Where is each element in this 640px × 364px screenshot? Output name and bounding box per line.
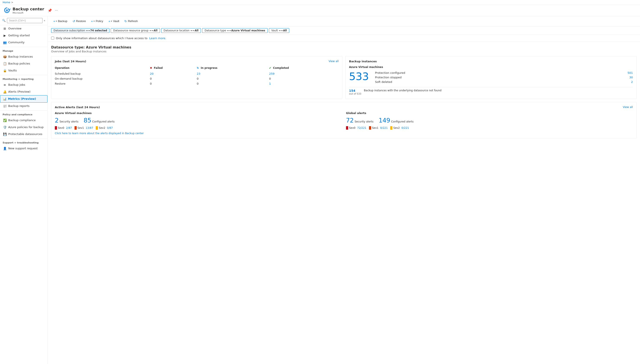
global-configured-label: Configured alerts [391,120,413,123]
col-failed: ✖ Failed [150,66,197,71]
sidebar-item-getting-started[interactable]: ▶ Getting started [0,32,48,39]
protection-configured-val[interactable]: 501 [627,71,633,74]
azure-sev0-pill: Sev0 2/87 [55,126,72,130]
collapse-sidebar-btn[interactable]: « [44,19,45,22]
global-sev1-pill: Sev1 0/221 [369,126,388,130]
sidebar-item-label: Backup jobs [8,83,25,86]
sidebar-item-label: Protectable datasources [8,132,42,136]
backup-policies-icon: 📋 [3,62,7,65]
sidebar-item-backup-reports[interactable]: 📰 Backup reports [0,102,48,110]
protection-stopped-val[interactable]: 30 [629,76,633,79]
alerts-card: Active Alerts (last 24 Hours) View all A… [51,102,636,138]
in-progress-status-icon: ↻ [197,66,199,70]
breadcrumb-home[interactable]: Home [3,1,10,4]
backup-center-icon [4,7,11,14]
page-subtitle: Overview of Jobs and Backup instances [51,50,636,53]
sidebar: 🔍 « ⊞ Overview ▶ Getting started 👥 Commu… [0,16,48,364]
access-checkbox-row: Only show information about datasources … [48,35,640,42]
svg-rect-1 [6,10,8,11]
global-alerts-title: Global alerts [346,112,633,115]
azure-sev0-label: Sev0 [58,126,64,130]
azure-alerts-section: Azure Virtual machines 2 Security alerts… [55,112,342,130]
refresh-button[interactable]: ↻ Refresh [122,18,140,24]
azure-configured-count: 85 [84,117,91,124]
azure-sev2-label: Sev2 [99,126,105,130]
sidebar-item-label: Backup compliance [8,118,36,122]
global-sev2-dot [390,126,392,130]
sidebar-item-azure-policies[interactable]: 🛡️ Azure policies for backup [0,124,48,131]
checkbox-label: Only show information about datasources … [56,36,147,40]
policy-button[interactable]: + + Policy [89,18,105,24]
sidebar-item-backup-jobs[interactable]: ≡ Backup jobs [0,81,48,88]
sidebar-item-alerts-preview[interactable]: 🔔 Alerts (Preview) [0,88,48,95]
learn-more-link[interactable]: Learn more. [149,36,166,40]
protection-stopped-label: Protection stopped [375,76,401,79]
restore-completed-link[interactable]: 1 [269,82,271,85]
alerts-icon: 🔔 [3,90,7,94]
search-input[interactable] [7,18,43,23]
filter-datasource-type[interactable]: Datasource type == Azure Virtual machine… [202,28,268,33]
sidebar-item-label: Overview [8,27,22,30]
global-sev0-label: Sev0 [349,126,355,130]
filter-vault[interactable]: Vault == All [269,28,289,33]
cards-grid: Jobs (last 24 Hours) View all Operation … [51,56,636,99]
sidebar-item-backup-policies[interactable]: 📋 Backup policies [0,60,48,67]
global-sev0-dot [346,126,348,130]
pin-button[interactable]: 📌 [47,8,53,13]
global-sev1-dot [369,126,371,130]
bi-bottom-sub: out of 533 [349,92,361,95]
completed-status-icon: ✔ [269,66,271,70]
sidebar-item-new-support-request[interactable]: 👤 New support request [0,145,48,152]
breadcrumb: Home > [0,0,640,5]
alerts-view-all-link[interactable]: View all [623,106,633,109]
azure-policies-icon: 🛡️ [3,126,7,129]
global-sev0-pill: Sev0 72/221 [346,126,366,130]
azure-sev1-pill: Sev1 13/87 [75,126,93,130]
jobs-view-all-link[interactable]: View all [329,60,339,63]
sidebar-item-overview[interactable]: ⊞ Overview [0,25,48,32]
sidebar-item-backup-compliance[interactable]: ✅ Backup compliance [0,117,48,124]
sidebar-item-vaults[interactable]: 🔒 Vaults [0,67,48,74]
bi-bottom-desc: Backup instances with the underlying dat… [364,89,633,92]
soft-deleted-val[interactable]: 2 [631,80,633,84]
content-area: + + Backup ↺ Restore + + Policy + + Vaul… [48,16,640,364]
global-sev1-label: Sev1 [372,126,378,130]
more-options-button[interactable]: ··· [54,8,59,13]
vault-button[interactable]: + + Vault [106,18,121,24]
global-configured-count: 149 [379,117,390,124]
backup-instances-icon: 📦 [3,55,7,58]
alerts-card-title: Active Alerts (last 24 Hours) [55,106,100,109]
alerts-learn-more-link[interactable]: Click here to learn more about the alert… [55,132,633,135]
azure-sev2-pill: Sev2 0/87 [96,126,113,130]
sidebar-item-label: Metrics (Preview) [8,97,36,100]
filter-resource-group[interactable]: Datasource resource group == All [111,28,160,33]
page-title: Datasource type: Azure Virtual machines [51,45,636,49]
backup-reports-icon: 📰 [3,104,7,108]
support-icon: 👤 [3,147,7,150]
failed-status-icon: ✖ [150,66,152,70]
sidebar-item-label: Backup policies [8,62,30,65]
filter-location[interactable]: Datasource location == All [161,28,201,33]
global-sev2-pill: Sev2 0/221 [390,126,409,130]
azure-alerts-title: Azure Virtual machines [55,112,342,115]
access-checkbox[interactable] [51,36,54,40]
sidebar-item-protectable-datasources[interactable]: 💾 Protectable datasources [0,131,48,138]
backup-button[interactable]: + + Backup [51,18,70,24]
sidebar-item-community[interactable]: 👥 Community [0,39,48,46]
restore-button[interactable]: ↺ Restore [70,18,88,24]
bi-bottom-number: 154 [349,89,361,92]
sidebar-item-metrics-preview[interactable]: 📊 Metrics (Preview) [0,95,48,102]
sidebar-item-backup-instances[interactable]: 📦 Backup instances [0,53,48,60]
backup-instances-card-title: Backup instances [349,60,377,63]
backup-plus-icon: + [53,20,55,23]
filter-subscription[interactable]: Datasource subscription == 74 selected [51,28,109,33]
jobs-table: Operation ✖ Failed ↻ In progress [55,66,339,86]
scheduled-progress-link[interactable]: 23 [197,72,200,75]
scheduled-completed-link[interactable]: 259 [269,72,275,75]
sidebar-item-label: Community [8,41,25,44]
sidebar-item-label: New support request [8,147,38,150]
scheduled-failed-link[interactable]: 20 [150,72,154,75]
azure-security-label: Security alerts [60,120,78,123]
filters-bar: Datasource subscription == 74 selected D… [48,26,640,35]
app-title: Backup center [13,7,44,12]
